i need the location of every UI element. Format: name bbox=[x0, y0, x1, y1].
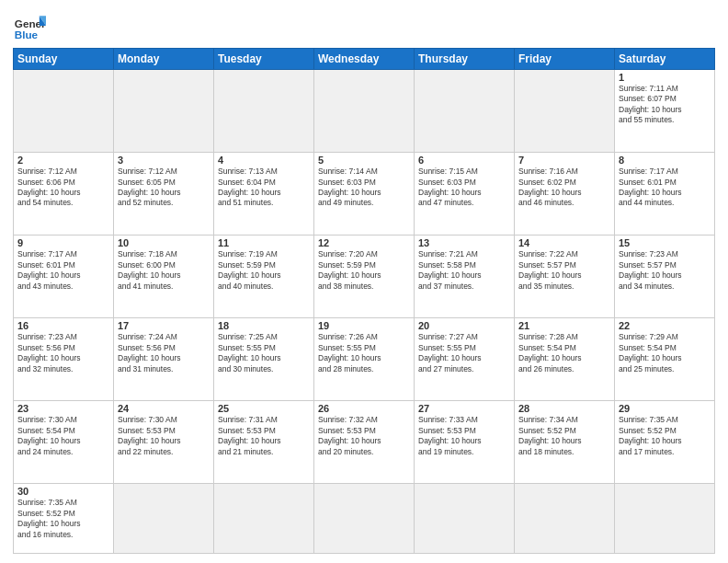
day-number: 9 bbox=[17, 237, 109, 248]
calendar-cell: 19Sunrise: 7:26 AM Sunset: 5:55 PM Dayli… bbox=[314, 318, 415, 401]
calendar-cell bbox=[615, 484, 715, 554]
calendar-cell bbox=[314, 70, 415, 153]
day-number: 13 bbox=[418, 237, 510, 248]
calendar-cell bbox=[314, 484, 415, 554]
calendar-cell: 10Sunrise: 7:18 AM Sunset: 6:00 PM Dayli… bbox=[114, 236, 214, 318]
calendar-cell: 27Sunrise: 7:33 AM Sunset: 5:53 PM Dayli… bbox=[415, 401, 515, 484]
day-number: 1 bbox=[619, 72, 711, 83]
day-info: Sunrise: 7:11 AM Sunset: 6:07 PM Dayligh… bbox=[619, 84, 711, 126]
day-info: Sunrise: 7:34 AM Sunset: 5:52 PM Dayligh… bbox=[518, 415, 610, 457]
day-number: 29 bbox=[619, 403, 711, 414]
weekday-header-saturday: Saturday bbox=[615, 49, 715, 70]
calendar-cell bbox=[515, 70, 615, 153]
calendar-cell: 3Sunrise: 7:12 AM Sunset: 6:05 PM Daylig… bbox=[114, 153, 214, 236]
day-number: 15 bbox=[619, 237, 711, 248]
weekday-header-sunday: Sunday bbox=[14, 49, 114, 70]
day-info: Sunrise: 7:16 AM Sunset: 6:02 PM Dayligh… bbox=[518, 167, 610, 209]
day-number: 26 bbox=[318, 403, 410, 414]
day-info: Sunrise: 7:27 AM Sunset: 5:55 PM Dayligh… bbox=[418, 332, 510, 374]
calendar-cell bbox=[415, 70, 515, 153]
weekday-header-monday: Monday bbox=[114, 49, 214, 70]
day-number: 2 bbox=[17, 155, 109, 166]
day-number: 5 bbox=[318, 155, 410, 166]
day-info: Sunrise: 7:17 AM Sunset: 6:01 PM Dayligh… bbox=[619, 167, 711, 209]
day-number: 30 bbox=[17, 486, 109, 497]
day-info: Sunrise: 7:30 AM Sunset: 5:54 PM Dayligh… bbox=[17, 415, 109, 457]
weekday-header-tuesday: Tuesday bbox=[214, 49, 314, 70]
weekday-header-wednesday: Wednesday bbox=[314, 49, 415, 70]
calendar-cell bbox=[214, 484, 314, 554]
calendar-cell: 24Sunrise: 7:30 AM Sunset: 5:53 PM Dayli… bbox=[114, 401, 214, 484]
calendar-cell bbox=[14, 70, 114, 153]
calendar-cell: 8Sunrise: 7:17 AM Sunset: 6:01 PM Daylig… bbox=[615, 153, 715, 236]
day-info: Sunrise: 7:14 AM Sunset: 6:03 PM Dayligh… bbox=[318, 167, 410, 209]
calendar-cell: 26Sunrise: 7:32 AM Sunset: 5:53 PM Dayli… bbox=[314, 401, 415, 484]
calendar-cell: 9Sunrise: 7:17 AM Sunset: 6:01 PM Daylig… bbox=[14, 236, 114, 318]
day-number: 22 bbox=[619, 320, 711, 331]
calendar-cell: 15Sunrise: 7:23 AM Sunset: 5:57 PM Dayli… bbox=[615, 236, 715, 318]
svg-text:Blue: Blue bbox=[15, 29, 39, 40]
day-number: 10 bbox=[118, 237, 210, 248]
calendar-cell: 29Sunrise: 7:35 AM Sunset: 5:52 PM Dayli… bbox=[615, 401, 715, 484]
day-info: Sunrise: 7:20 AM Sunset: 5:59 PM Dayligh… bbox=[318, 249, 410, 292]
day-number: 11 bbox=[218, 237, 310, 248]
day-info: Sunrise: 7:12 AM Sunset: 6:06 PM Dayligh… bbox=[17, 167, 109, 209]
day-number: 16 bbox=[17, 320, 109, 331]
day-number: 24 bbox=[118, 403, 210, 414]
page: General Blue SundayMondayTuesdayWednesda… bbox=[0, 0, 728, 563]
calendar-cell: 30Sunrise: 7:35 AM Sunset: 5:52 PM Dayli… bbox=[14, 484, 114, 554]
day-info: Sunrise: 7:32 AM Sunset: 5:53 PM Dayligh… bbox=[318, 415, 410, 457]
logo-icon: General Blue bbox=[13, 9, 46, 42]
day-info: Sunrise: 7:19 AM Sunset: 5:59 PM Dayligh… bbox=[218, 249, 310, 292]
calendar-cell: 25Sunrise: 7:31 AM Sunset: 5:53 PM Dayli… bbox=[214, 401, 314, 484]
calendar-cell: 14Sunrise: 7:22 AM Sunset: 5:57 PM Dayli… bbox=[515, 236, 615, 318]
weekday-header-thursday: Thursday bbox=[415, 49, 515, 70]
day-info: Sunrise: 7:24 AM Sunset: 5:56 PM Dayligh… bbox=[118, 332, 210, 374]
calendar-cell: 17Sunrise: 7:24 AM Sunset: 5:56 PM Dayli… bbox=[114, 318, 214, 401]
calendar-cell: 1Sunrise: 7:11 AM Sunset: 6:07 PM Daylig… bbox=[615, 70, 715, 153]
calendar-cell: 4Sunrise: 7:13 AM Sunset: 6:04 PM Daylig… bbox=[214, 153, 314, 236]
day-number: 23 bbox=[17, 403, 109, 414]
day-number: 3 bbox=[118, 155, 210, 166]
calendar-cell bbox=[114, 484, 214, 554]
calendar-cell: 18Sunrise: 7:25 AM Sunset: 5:55 PM Dayli… bbox=[214, 318, 314, 401]
day-number: 7 bbox=[518, 155, 610, 166]
day-info: Sunrise: 7:22 AM Sunset: 5:57 PM Dayligh… bbox=[518, 249, 610, 292]
calendar-cell: 23Sunrise: 7:30 AM Sunset: 5:54 PM Dayli… bbox=[14, 401, 114, 484]
day-info: Sunrise: 7:35 AM Sunset: 5:52 PM Dayligh… bbox=[619, 415, 711, 457]
calendar-cell: 16Sunrise: 7:23 AM Sunset: 5:56 PM Dayli… bbox=[14, 318, 114, 401]
day-info: Sunrise: 7:30 AM Sunset: 5:53 PM Dayligh… bbox=[118, 415, 210, 457]
calendar-cell: 7Sunrise: 7:16 AM Sunset: 6:02 PM Daylig… bbox=[515, 153, 615, 236]
day-number: 19 bbox=[318, 320, 410, 331]
day-info: Sunrise: 7:13 AM Sunset: 6:04 PM Dayligh… bbox=[218, 167, 310, 209]
calendar-cell: 12Sunrise: 7:20 AM Sunset: 5:59 PM Dayli… bbox=[314, 236, 415, 318]
calendar-cell bbox=[415, 484, 515, 554]
day-info: Sunrise: 7:12 AM Sunset: 6:05 PM Dayligh… bbox=[118, 167, 210, 209]
calendar-cell: 2Sunrise: 7:12 AM Sunset: 6:06 PM Daylig… bbox=[14, 153, 114, 236]
day-number: 14 bbox=[518, 237, 610, 248]
day-number: 28 bbox=[518, 403, 610, 414]
day-number: 6 bbox=[418, 155, 510, 166]
day-info: Sunrise: 7:23 AM Sunset: 5:56 PM Dayligh… bbox=[17, 332, 109, 374]
day-number: 20 bbox=[418, 320, 510, 331]
day-info: Sunrise: 7:29 AM Sunset: 5:54 PM Dayligh… bbox=[619, 332, 711, 374]
day-info: Sunrise: 7:18 AM Sunset: 6:00 PM Dayligh… bbox=[118, 249, 210, 292]
day-number: 17 bbox=[118, 320, 210, 331]
day-info: Sunrise: 7:17 AM Sunset: 6:01 PM Dayligh… bbox=[17, 249, 109, 292]
day-info: Sunrise: 7:35 AM Sunset: 5:52 PM Dayligh… bbox=[17, 498, 109, 540]
day-info: Sunrise: 7:33 AM Sunset: 5:53 PM Dayligh… bbox=[418, 415, 510, 457]
calendar-cell: 21Sunrise: 7:28 AM Sunset: 5:54 PM Dayli… bbox=[515, 318, 615, 401]
day-number: 8 bbox=[619, 155, 711, 166]
calendar-cell: 6Sunrise: 7:15 AM Sunset: 6:03 PM Daylig… bbox=[415, 153, 515, 236]
calendar-cell: 13Sunrise: 7:21 AM Sunset: 5:58 PM Dayli… bbox=[415, 236, 515, 318]
calendar-cell bbox=[214, 70, 314, 153]
calendar-cell: 22Sunrise: 7:29 AM Sunset: 5:54 PM Dayli… bbox=[615, 318, 715, 401]
calendar-cell bbox=[114, 70, 214, 153]
weekday-header-friday: Friday bbox=[515, 49, 615, 70]
day-number: 4 bbox=[218, 155, 310, 166]
day-info: Sunrise: 7:23 AM Sunset: 5:57 PM Dayligh… bbox=[619, 249, 711, 292]
day-info: Sunrise: 7:31 AM Sunset: 5:53 PM Dayligh… bbox=[218, 415, 310, 457]
day-number: 25 bbox=[218, 403, 310, 414]
day-number: 18 bbox=[218, 320, 310, 331]
day-info: Sunrise: 7:26 AM Sunset: 5:55 PM Dayligh… bbox=[318, 332, 410, 374]
